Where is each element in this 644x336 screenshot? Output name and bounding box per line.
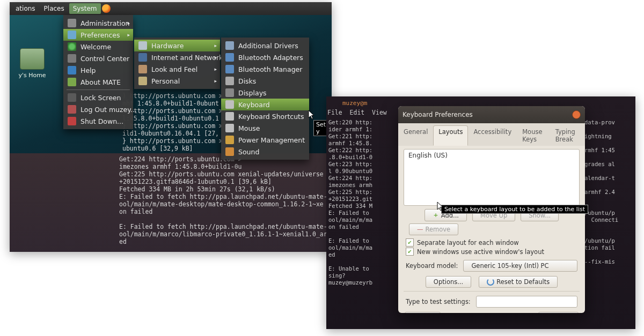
system-menu-item-administration[interactable]: Administration▸: [63, 17, 133, 29]
drv-icon: [225, 41, 234, 50]
left-screenshot: ations Places System y's Home ) http://p…: [10, 2, 332, 252]
add-layout-tooltip: Select a keyboard layout to be added to …: [441, 205, 588, 214]
dialog-title: Keyboard Preferences: [402, 111, 473, 118]
hw-menu-item-additional-drivers[interactable]: Additional Drivers: [221, 40, 309, 51]
terminal-menubar[interactable]: File Edit View: [327, 109, 387, 116]
kb-icon: [225, 112, 234, 121]
panel-applications[interactable]: ations: [12, 3, 39, 14]
look-icon: [138, 65, 147, 73]
net-icon: [138, 53, 147, 62]
keyboard-model-row: Keyboard model: Generic 105-key (Intl) P…: [406, 260, 577, 272]
separate-layout-label: Separate layout for each window: [417, 239, 519, 247]
panel-system[interactable]: System: [69, 3, 101, 14]
menu-item-label: Preferences: [80, 31, 120, 39]
keyboard-model-label: Keyboard model:: [406, 262, 458, 270]
menu-item-label: Control Center: [80, 55, 129, 63]
system-menu-item-help[interactable]: Help: [63, 64, 133, 76]
system-menu-item-control-center[interactable]: Control Center: [63, 53, 133, 64]
separate-layout-row[interactable]: ✔ Separate layout for each window: [406, 238, 577, 247]
hw-menu-item-displays[interactable]: Displays: [221, 87, 309, 99]
system-menu-item-log-out-muzey-[interactable]: Log Out muzey...: [63, 103, 133, 115]
welc-icon: [68, 42, 76, 51]
menu-item-label: Personal: [151, 77, 180, 85]
tab-general[interactable]: General: [398, 125, 433, 146]
prefs-menu-item-look-and-feel[interactable]: Look and Feel▸: [134, 63, 220, 75]
checkbox-icon[interactable]: ✔: [406, 238, 414, 247]
top-panel: ations Places System: [10, 2, 332, 15]
system-menu-item-shut-down-[interactable]: Shut Down...: [63, 115, 133, 127]
hw-menu-item-sound[interactable]: Sound: [221, 146, 309, 158]
right-screenshot: muzey@m File Edit View Get:220 http: ide…: [326, 96, 635, 329]
hw-menu-item-disks[interactable]: Disks: [221, 75, 309, 87]
pm-icon: [225, 136, 234, 144]
hw-icon: [138, 41, 147, 50]
menu-item-label: About MATE: [80, 78, 121, 86]
chevron-right-icon: ▸: [214, 78, 217, 84]
dialog-titlebar: Keyboard Preferences: [398, 106, 585, 123]
reset-defaults-button[interactable]: Reset to Defaults: [479, 276, 558, 288]
test-settings-input[interactable]: [476, 296, 577, 308]
help-button[interactable]: ?Help: [405, 312, 441, 313]
about-icon: [68, 78, 76, 86]
desktop-home-icon[interactable]: y's Home: [13, 48, 52, 79]
chevron-right-icon: ▸: [214, 43, 217, 48]
prefs-menu-item-personal[interactable]: Personal▸: [134, 75, 220, 87]
hw-menu-item-bluetooth-manager[interactable]: Bluetooth Manager: [221, 63, 309, 75]
tab-typing-break[interactable]: Typing Break: [550, 125, 585, 146]
test-settings-label: Type to test settings:: [406, 298, 471, 305]
home-folder-icon: [20, 48, 45, 70]
hw-menu-item-mouse[interactable]: Mouse: [221, 122, 309, 134]
menu-item-label: Bluetooth Adapters: [238, 54, 303, 62]
panel-places[interactable]: Places: [40, 3, 68, 14]
new-window-layout-label: New windows use active window's layout: [417, 248, 544, 256]
dialog-tabs: GeneralLayoutsAccessibilityMouse KeysTyp…: [398, 123, 585, 146]
help-icon: [68, 66, 76, 74]
menu-item-label: Power Management: [238, 136, 305, 144]
remove-layout-button[interactable]: —Remove: [409, 223, 458, 235]
hw-menu-item-keyboard[interactable]: Keyboard: [221, 99, 309, 110]
menu-item-label: Log Out muzey...: [80, 106, 137, 114]
checkbox-icon[interactable]: ✔: [406, 248, 414, 256]
new-window-layout-row[interactable]: ✔ New windows use active window's layout: [406, 248, 577, 256]
tab-accessibility[interactable]: Accessibility: [468, 125, 517, 146]
prefs-menu-item-internet-and-network[interactable]: Internet and Network▸: [134, 51, 220, 63]
cursor-icon: [308, 110, 316, 122]
hw-menu-item-bluetooth-adapters[interactable]: Bluetooth Adapters: [221, 51, 309, 63]
system-menu-item-lock-screen[interactable]: Lock Screen: [63, 92, 133, 103]
reset-icon: [487, 278, 494, 286]
chevron-right-icon: ▸: [214, 66, 217, 72]
lock-icon: [68, 93, 76, 102]
hw-menu-item-keyboard-shortcuts[interactable]: Keyboard Shortcuts: [221, 110, 309, 122]
menu-item-label: Mouse: [238, 124, 260, 132]
minus-icon: —: [417, 226, 423, 233]
menu-item-label: Additional Drivers: [238, 42, 298, 50]
menu-separator: [67, 89, 130, 90]
firefox-icon[interactable]: [102, 4, 111, 13]
options-button[interactable]: Options...: [426, 276, 471, 288]
tab-mouse-keys[interactable]: Mouse Keys: [517, 125, 550, 146]
terminal-output: Get:224 http://ports.ubuntu.com > imezon…: [10, 153, 332, 252]
shut-icon: [68, 117, 76, 125]
menu-item-label: Hardware: [151, 42, 184, 50]
prefs-menu-item-hardware[interactable]: Hardware▸: [134, 40, 220, 51]
system-menu-item-about-mate[interactable]: About MATE: [63, 76, 133, 88]
menu-item-label: Keyboard Shortcuts: [238, 113, 304, 121]
system-menu-item-welcome[interactable]: Welcome: [63, 41, 133, 53]
menu-item-label: Internet and Network: [151, 54, 223, 62]
close-button[interactable]: ✕Close: [538, 312, 579, 313]
close-icon[interactable]: [572, 110, 581, 119]
layout-item[interactable]: English (US): [408, 152, 575, 159]
cc-icon: [68, 54, 76, 63]
options-reset-row: Options... Reset to Defaults: [406, 276, 577, 288]
keyboard-model-button[interactable]: Generic 105-key (Intl) PC: [463, 260, 577, 272]
pers-icon: [138, 77, 147, 85]
system-menu-item-preferences[interactable]: Preferences▸: [63, 29, 133, 41]
layouts-list[interactable]: English (US): [404, 149, 580, 206]
chevron-right-icon: ▸: [127, 32, 130, 38]
pref-icon: [68, 31, 76, 39]
test-settings-row: Type to test settings:: [406, 296, 577, 308]
tab-layouts[interactable]: Layouts: [433, 125, 468, 146]
hw-menu-item-power-management[interactable]: Power Management: [221, 134, 309, 146]
bt-icon: [225, 65, 234, 73]
menu-item-label: Shut Down...: [80, 117, 123, 125]
